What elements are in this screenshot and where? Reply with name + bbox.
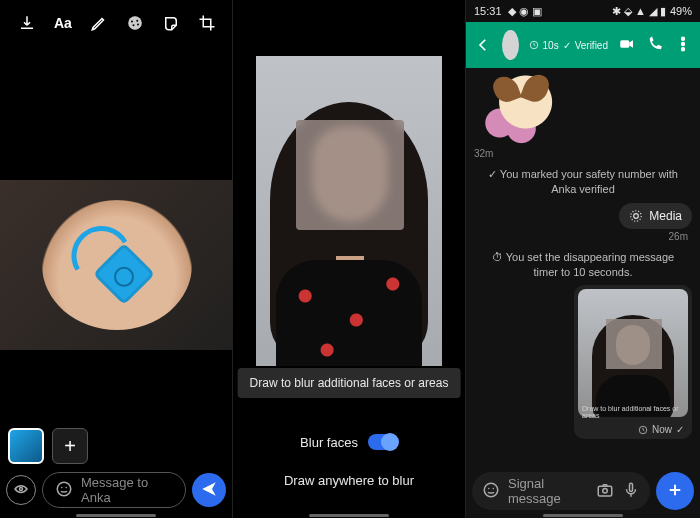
android-status-bar: 15:31 ◆ ◉ ▣ ✱ ⬙ ▲ ◢ ▮ 49%	[466, 0, 700, 22]
chat-composer: Signal message	[472, 470, 694, 512]
send-button[interactable]	[192, 473, 226, 507]
svg-point-16	[634, 213, 639, 218]
svg-point-9	[61, 486, 63, 488]
svg-point-1	[128, 16, 142, 30]
mic-icon[interactable]	[622, 481, 640, 502]
view-once-toggle[interactable]	[6, 475, 36, 505]
sticker-message[interactable]	[474, 74, 560, 144]
outgoing-image-message[interactable]: Draw to blur additional faces or areas N…	[574, 285, 692, 439]
media-thumbnail-strip: +	[8, 428, 88, 464]
status-time: 15:31	[474, 5, 502, 17]
svg-rect-24	[630, 483, 633, 491]
svg-point-7	[20, 487, 23, 490]
blur-faces-row: Blur faces	[233, 434, 465, 450]
media-editor-screen: Aa +	[0, 0, 233, 518]
editor-canvas[interactable]	[0, 180, 233, 350]
svg-point-5	[137, 24, 139, 26]
svg-point-19	[484, 483, 498, 497]
svg-point-21	[493, 487, 495, 489]
editor-toolbar: Aa	[0, 0, 232, 46]
attach-button[interactable]	[656, 472, 694, 510]
image-message-time: Now ✓	[638, 424, 684, 435]
blur-canvas[interactable]	[256, 56, 442, 366]
chat-title-block[interactable]: 10s ✓ Verified	[529, 40, 608, 51]
svg-point-3	[136, 20, 138, 22]
svg-point-4	[132, 24, 134, 26]
pen-icon[interactable]	[90, 14, 108, 32]
draw-anywhere-row[interactable]: Draw anywhere to blur	[233, 473, 465, 488]
verified-label: Verified	[575, 40, 608, 51]
svg-point-13	[682, 37, 685, 40]
back-icon[interactable]	[474, 35, 492, 55]
video-call-icon[interactable]	[618, 35, 636, 56]
disappearing-timer-label: 10s	[543, 40, 559, 51]
media-chip[interactable]: Media	[619, 203, 692, 229]
save-icon[interactable]	[18, 14, 36, 32]
system-message-timer: ⏱ You set the disappearing message timer…	[488, 250, 678, 280]
crop-icon[interactable]	[198, 14, 216, 32]
avatar[interactable]	[502, 30, 519, 60]
svg-rect-22	[598, 486, 612, 496]
blur-hint-toast: Draw to blur additional faces or areas	[238, 368, 461, 398]
chat-header: 10s ✓ Verified	[466, 22, 700, 68]
system-message-safety: ✓ You marked your safety number with Ank…	[488, 167, 678, 197]
image-caption-preview: Draw to blur additional faces or areas	[582, 405, 692, 419]
sticker-icon[interactable]	[162, 14, 180, 32]
overflow-icon[interactable]	[674, 35, 692, 56]
message-input[interactable]: Signal message	[472, 472, 650, 510]
svg-point-8	[57, 482, 71, 496]
svg-point-17	[631, 210, 642, 221]
blur-tool-screen: Draw to blur additional faces or areas B…	[233, 0, 466, 518]
camera-icon[interactable]	[596, 481, 614, 502]
message-placeholder: Signal message	[508, 476, 580, 506]
add-media-button[interactable]: +	[52, 428, 88, 464]
svg-point-20	[488, 487, 490, 489]
svg-point-14	[682, 42, 685, 45]
svg-point-15	[682, 47, 685, 50]
blur-icon[interactable]	[126, 14, 144, 32]
blur-faces-toggle[interactable]	[368, 434, 398, 450]
editor-composer: Message to Anka	[6, 470, 226, 510]
photo-content	[42, 200, 192, 330]
message-time: 32m	[474, 148, 692, 159]
emoji-icon[interactable]	[482, 481, 500, 502]
svg-rect-12	[620, 40, 629, 48]
caption-placeholder: Message to Anka	[81, 475, 173, 505]
svg-point-23	[603, 488, 608, 493]
media-chip-label: Media	[649, 209, 682, 223]
chat-screen: 15:31 ◆ ◉ ▣ ✱ ⬙ ▲ ◢ ▮ 49% 10s ✓ Verified	[466, 0, 700, 518]
face-blur-region[interactable]	[296, 120, 404, 230]
media-thumbnail[interactable]	[8, 428, 44, 464]
message-list[interactable]: 32m ✓ You marked your safety number with…	[466, 68, 700, 466]
text-tool-icon[interactable]: Aa	[54, 14, 72, 32]
media-chip-time: 26m	[478, 231, 688, 242]
draw-anywhere-label: Draw anywhere to blur	[284, 473, 414, 488]
svg-point-10	[66, 486, 68, 488]
voice-call-icon[interactable]	[646, 35, 664, 56]
status-battery: 49%	[670, 5, 692, 17]
blur-faces-label: Blur faces	[300, 435, 358, 450]
emoji-icon[interactable]	[55, 480, 73, 501]
svg-point-2	[131, 21, 133, 23]
caption-input[interactable]: Message to Anka	[42, 472, 186, 508]
